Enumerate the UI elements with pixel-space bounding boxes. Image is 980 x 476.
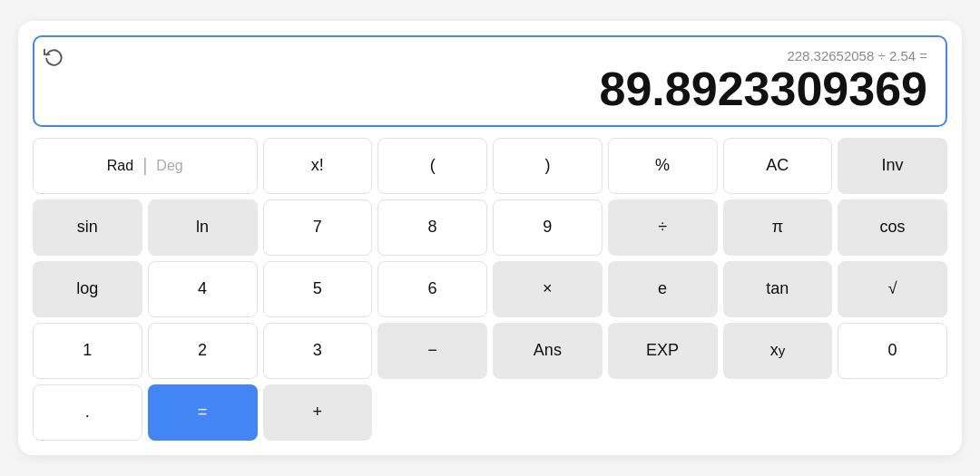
decimal-button[interactable]: . — [33, 384, 142, 441]
multiply-button[interactable]: × — [493, 261, 603, 317]
two-button[interactable]: 2 — [148, 323, 258, 379]
four-button[interactable]: 4 — [148, 261, 258, 317]
close-paren-button[interactable]: ) — [493, 138, 603, 194]
exp-button[interactable]: EXP — [608, 323, 718, 379]
nine-button[interactable]: 9 — [493, 199, 603, 256]
divide-button[interactable]: ÷ — [608, 199, 718, 256]
cos-button[interactable]: cos — [838, 199, 947, 256]
factorial-button[interactable]: x! — [263, 138, 373, 194]
sin-button[interactable]: sin — [33, 199, 142, 256]
one-button[interactable]: 1 — [33, 323, 142, 379]
power-button[interactable]: xy — [723, 323, 833, 379]
seven-button[interactable]: 7 — [263, 199, 373, 256]
plus-button[interactable]: + — [263, 384, 373, 441]
minus-button[interactable]: − — [377, 323, 487, 379]
equals-button[interactable]: = — [148, 384, 258, 441]
ans-button[interactable]: Ans — [493, 323, 603, 379]
three-button[interactable]: 3 — [263, 323, 373, 379]
open-paren-button[interactable]: ( — [377, 138, 487, 194]
ln-button[interactable]: ln — [148, 199, 258, 256]
buttons-grid: Rad | Deg x! ( ) % AC Inv sin ln 7 8 9 ÷… — [33, 138, 947, 441]
percent-button[interactable]: % — [608, 138, 718, 194]
log-button[interactable]: log — [33, 261, 142, 317]
five-button[interactable]: 5 — [263, 261, 373, 317]
euler-button[interactable]: e — [608, 261, 718, 317]
ac-button[interactable]: AC — [723, 138, 833, 194]
display-area: 228.32652058 ÷ 2.54 = 89.8923309369 — [33, 35, 947, 126]
inv-button[interactable]: Inv — [838, 138, 947, 194]
six-button[interactable]: 6 — [377, 261, 487, 317]
sqrt-button[interactable]: √ — [838, 261, 947, 317]
rad-label: Rad — [100, 158, 141, 174]
calculator: 228.32652058 ÷ 2.54 = 89.8923309369 Rad … — [18, 21, 962, 454]
tan-button[interactable]: tan — [723, 261, 833, 317]
deg-label: Deg — [149, 158, 190, 174]
rad-deg-toggle[interactable]: Rad | Deg — [33, 138, 258, 194]
result-display: 89.8923309369 — [49, 63, 931, 115]
zero-button[interactable]: 0 — [838, 323, 947, 379]
history-icon[interactable] — [44, 46, 64, 71]
separator: | — [142, 155, 147, 176]
expression-display: 228.32652058 ÷ 2.54 = — [49, 48, 931, 63]
eight-button[interactable]: 8 — [377, 199, 487, 256]
pi-button[interactable]: π — [723, 199, 833, 256]
